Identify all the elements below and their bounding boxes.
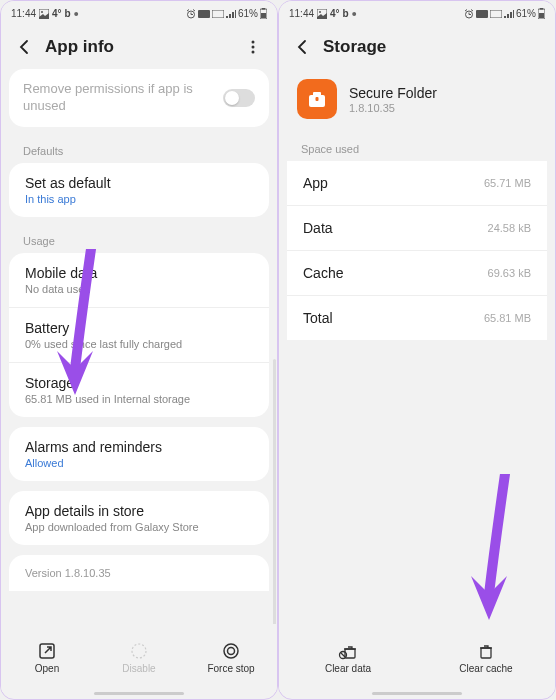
space-cache-row: Cache 69.63 kB	[287, 251, 547, 296]
back-icon[interactable]	[15, 37, 35, 57]
mobile-data-row[interactable]: Mobile data No data used	[9, 253, 269, 308]
svg-rect-24	[313, 92, 321, 96]
status-brand: b	[65, 8, 71, 19]
space-data-row: Data 24.58 kB	[287, 206, 547, 251]
details-label: App details in store	[25, 503, 253, 519]
space-data-label: Data	[303, 220, 333, 236]
disable-label: Disable	[122, 663, 155, 674]
svg-point-12	[132, 644, 146, 658]
status-temp: 4°	[330, 8, 340, 19]
space-cache-label: Cache	[303, 265, 343, 281]
mobile-data-sub: No data used	[25, 283, 253, 295]
space-total-label: Total	[303, 310, 333, 326]
space-app-value: 65.71 MB	[484, 177, 531, 189]
space-data-value: 24.58 kB	[488, 222, 531, 234]
status-battery: 61%	[238, 8, 258, 19]
space-total-value: 65.81 MB	[484, 312, 531, 324]
app-icon	[297, 79, 337, 119]
clear-cache-label: Clear cache	[459, 663, 512, 674]
svg-rect-3	[198, 10, 210, 18]
header: Storage	[279, 23, 555, 69]
space-app-row: App 65.71 MB	[287, 161, 547, 206]
scrollbar[interactable]	[273, 359, 276, 624]
force-stop-label: Force stop	[207, 663, 254, 674]
status-battery: 61%	[516, 8, 536, 19]
alarm-icon	[186, 9, 196, 19]
remove-permissions-row[interactable]: Remove permissions if app is unused	[9, 69, 269, 127]
app-header: Secure Folder 1.8.10.35	[279, 69, 555, 135]
open-icon	[38, 642, 56, 660]
force-stop-button[interactable]: Force stop	[185, 624, 277, 692]
section-usage: Usage	[1, 227, 277, 253]
svg-point-1	[41, 11, 43, 13]
clear-cache-icon	[477, 642, 495, 660]
force-stop-icon	[222, 642, 240, 660]
svg-rect-21	[539, 13, 544, 18]
set-default-row[interactable]: Set as default In this app	[9, 163, 269, 217]
svg-rect-25	[316, 97, 319, 101]
svg-point-9	[252, 46, 255, 49]
svg-point-14	[228, 648, 235, 655]
open-button[interactable]: Open	[1, 624, 93, 692]
signal-icon	[504, 10, 514, 18]
battery-label: Battery	[25, 320, 253, 336]
back-icon[interactable]	[293, 37, 313, 57]
space-cache-value: 69.63 kB	[488, 267, 531, 279]
disable-button: Disable	[93, 624, 185, 692]
more-icon[interactable]	[243, 37, 263, 57]
svg-rect-4	[212, 10, 224, 18]
svg-rect-28	[481, 648, 491, 658]
space-app-label: App	[303, 175, 328, 191]
space-total-row: Total 65.81 MB	[287, 296, 547, 340]
clear-cache-button[interactable]: Clear cache	[417, 624, 555, 692]
volte-icon	[476, 10, 488, 18]
set-default-label: Set as default	[25, 175, 253, 191]
lte-icon	[490, 10, 502, 18]
alarms-row[interactable]: Alarms and reminders Allowed	[9, 427, 269, 481]
section-defaults: Defaults	[1, 137, 277, 163]
storage-row[interactable]: Storage 65.81 MB used in Internal storag…	[9, 363, 269, 417]
status-bar: 11:44 4° b • 61%	[1, 1, 277, 23]
volte-icon	[198, 10, 210, 18]
mobile-data-label: Mobile data	[25, 265, 253, 281]
svg-point-13	[224, 644, 238, 658]
battery-icon	[260, 8, 267, 19]
status-time: 11:44	[289, 8, 314, 19]
status-bar: 11:44 4° b • 61%	[279, 1, 555, 23]
battery-icon	[538, 8, 545, 19]
svg-point-10	[252, 51, 255, 54]
set-default-sub: In this app	[25, 193, 253, 205]
remove-permissions-label: Remove permissions if app is unused	[23, 81, 223, 115]
svg-rect-6	[261, 13, 266, 18]
alarm-icon	[464, 9, 474, 19]
app-name: Secure Folder	[349, 85, 437, 101]
annotation-arrow-icon	[465, 474, 525, 634]
header: App info	[1, 23, 277, 69]
storage-label: Storage	[25, 375, 253, 391]
bottom-bar: Open Disable Force stop	[1, 624, 277, 692]
svg-rect-7	[262, 8, 265, 10]
signal-icon	[226, 10, 236, 18]
status-time: 11:44	[11, 8, 36, 19]
image-icon	[39, 9, 49, 19]
app-details-row[interactable]: App details in store App downloaded from…	[9, 491, 269, 545]
disable-icon	[130, 642, 148, 660]
permissions-toggle[interactable]	[223, 89, 255, 107]
bottom-bar: Clear data Clear cache	[279, 624, 555, 692]
svg-rect-19	[490, 10, 502, 18]
open-label: Open	[35, 663, 59, 674]
alarms-label: Alarms and reminders	[25, 439, 253, 455]
svg-point-16	[319, 11, 321, 13]
clear-data-icon	[338, 642, 358, 660]
image-icon	[317, 9, 327, 19]
alarms-sub: Allowed	[25, 457, 253, 469]
page-title: App info	[45, 37, 243, 57]
storage-sub: 65.81 MB used in Internal storage	[25, 393, 253, 405]
nav-pill[interactable]	[94, 692, 184, 695]
battery-row[interactable]: Battery 0% used since last fully charged	[9, 308, 269, 363]
status-brand: b	[343, 8, 349, 19]
details-sub: App downloaded from Galaxy Store	[25, 521, 253, 533]
clear-data-button[interactable]: Clear data	[279, 624, 417, 692]
nav-pill[interactable]	[372, 692, 462, 695]
svg-rect-22	[540, 8, 543, 10]
